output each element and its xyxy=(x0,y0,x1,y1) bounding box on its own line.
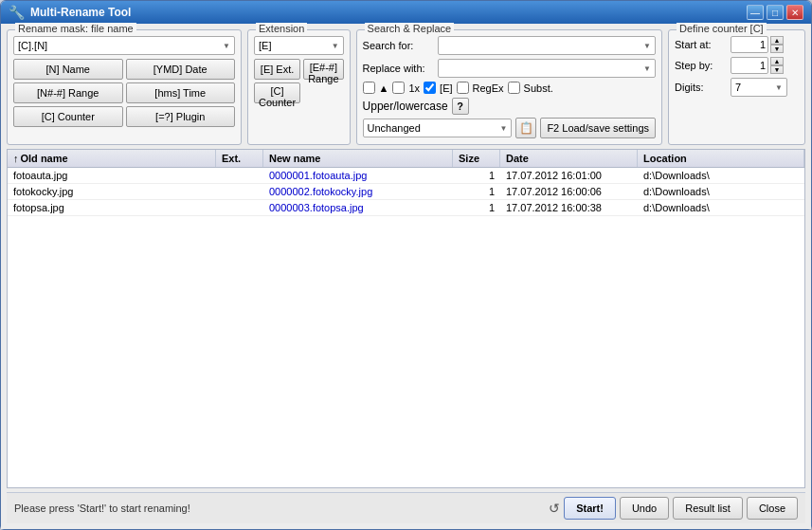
search-for-input[interactable] xyxy=(438,36,656,55)
ext-buttons: [E] Ext. [E#-#] Range [C] Counter xyxy=(254,59,344,103)
eq-plugin-button[interactable]: [=?] Plugin xyxy=(126,106,236,127)
help-button[interactable]: ? xyxy=(452,98,469,115)
minimize-button[interactable]: — xyxy=(747,5,764,20)
close-window-button[interactable]: ✕ xyxy=(786,5,803,20)
main-content: Rename mask: file name [C].[N] [N] Name … xyxy=(1,24,811,529)
n-range-button[interactable]: [N#-#] Range xyxy=(13,82,123,103)
td-date-2: 17.07.2012 16:00:38 xyxy=(500,200,638,215)
cb4-checkbox[interactable] xyxy=(424,82,436,94)
app-icon: 🔧 xyxy=(9,5,25,20)
sort-arrow-icon: ↑ xyxy=(13,153,19,164)
cb6-label: Subst. xyxy=(524,82,553,94)
td-old-0: fotoauta.jpg xyxy=(8,168,216,183)
step-by-up[interactable]: ▲ xyxy=(770,57,784,65)
cb6-checkbox[interactable] xyxy=(508,82,520,94)
digits-select[interactable]: 7 xyxy=(731,78,787,97)
status-buttons: ↺ Start! Undo Result list Close xyxy=(549,497,798,520)
replace-dropdown-container xyxy=(438,59,656,78)
table-body: fotoauta.jpg 0000001.fotoauta.jpg 1 17.0… xyxy=(8,168,804,487)
td-size-1: 1 xyxy=(453,184,500,199)
mask-input[interactable]: [C].[N] xyxy=(13,36,235,55)
load-save-button[interactable]: F2 Load/save settings xyxy=(540,118,656,138)
th-size[interactable]: Size xyxy=(453,150,500,167)
digits-row: Digits: 7 xyxy=(675,78,799,97)
step-by-spin: 1 ▲ ▼ xyxy=(731,57,784,74)
title-controls: — □ ✕ xyxy=(747,5,803,20)
copy-button[interactable]: 📋 xyxy=(515,118,536,138)
uppercase-select-row: Unchanged 📋 F2 Load/save settings xyxy=(363,118,656,138)
td-old-2: fotopsa.jpg xyxy=(8,200,216,215)
cb5-label: RegEx xyxy=(473,82,504,94)
step-by-input[interactable]: 1 xyxy=(731,57,768,74)
c-counter2-button[interactable]: [C] Counter xyxy=(254,82,300,103)
search-for-row: Search for: xyxy=(363,36,656,55)
counter-panel: Define counter [C] Start at: 1 ▲ ▼ Step … xyxy=(668,29,805,145)
result-list-button[interactable]: Result list xyxy=(673,497,743,520)
ext-input[interactable]: [E] xyxy=(254,36,344,55)
table-header: ↑ Old name Ext. New name Size Date Locat… xyxy=(8,150,804,168)
th-new-name[interactable]: New name xyxy=(263,150,453,167)
table-row[interactable]: fotoauta.jpg 0000001.fotoauta.jpg 1 17.0… xyxy=(8,168,804,184)
replace-with-row: Replace with: xyxy=(363,59,656,78)
td-new-1: 0000002.fotokocky.jpg xyxy=(263,184,453,199)
start-at-row: Start at: 1 ▲ ▼ xyxy=(675,36,799,53)
step-by-label: Step by: xyxy=(675,60,727,71)
search-panel: Search & Replace Search for: Replace wit… xyxy=(356,29,662,145)
uppercase-row: Upper/lowercase ? xyxy=(363,98,656,115)
td-size-0: 1 xyxy=(453,168,500,183)
cb3-label: 1x xyxy=(408,82,420,94)
td-size-2: 1 xyxy=(453,200,500,215)
top-section: Rename mask: file name [C].[N] [N] Name … xyxy=(7,29,805,145)
td-new-0: 0000001.fotoauta.jpg xyxy=(263,168,453,183)
cb3-checkbox[interactable] xyxy=(392,82,405,94)
search-for-label: Search for: xyxy=(363,40,434,51)
table-row[interactable]: fotokocky.jpg 0000002.fotokocky.jpg 1 17… xyxy=(8,184,804,200)
th-location-label: Location xyxy=(643,153,687,164)
ext-panel-label: Extension xyxy=(256,23,307,34)
td-ext-2 xyxy=(216,200,263,215)
table-row[interactable]: fotopsa.jpg 0000003.fotopsa.jpg 1 17.07.… xyxy=(8,200,804,216)
step-by-down[interactable]: ▼ xyxy=(770,65,784,74)
hms-time-button[interactable]: [hms] Time xyxy=(126,82,236,103)
ext-dropdown-container: [E] xyxy=(254,36,344,55)
td-new-2: 0000003.fotopsa.jpg xyxy=(263,200,453,215)
td-ext-1 xyxy=(216,184,263,199)
start-button[interactable]: Start! xyxy=(564,497,616,520)
title-bar: 🔧 Multi-Rename Tool — □ ✕ xyxy=(1,1,811,24)
start-at-input[interactable]: 1 xyxy=(731,36,768,53)
th-old-name[interactable]: ↑ Old name xyxy=(8,150,216,167)
th-ext[interactable]: Ext. xyxy=(216,150,263,167)
replace-with-input[interactable] xyxy=(438,59,656,78)
undo-button[interactable]: Undo xyxy=(620,497,669,520)
uppercase-dropdown-container: Unchanged xyxy=(363,119,513,137)
counter-panel-label: Define counter [C] xyxy=(677,23,767,34)
c-counter-button[interactable]: [C] Counter xyxy=(13,106,123,127)
step-by-spinners: ▲ ▼ xyxy=(770,57,784,74)
td-date-1: 17.07.2012 16:00:06 xyxy=(500,184,638,199)
n-name-button[interactable]: [N] Name xyxy=(13,59,123,80)
window-title: Multi-Rename Tool xyxy=(30,6,131,19)
start-at-down[interactable]: ▼ xyxy=(770,45,784,53)
th-old-label: Old name xyxy=(21,153,68,164)
ymd-date-button[interactable]: [YMD] Date xyxy=(126,59,236,80)
th-location[interactable]: Location xyxy=(638,150,804,167)
cb1-checkbox[interactable] xyxy=(363,82,375,94)
uppercase-label: Upper/lowercase xyxy=(363,100,448,113)
td-loc-0: d:\Downloads\ xyxy=(638,168,804,183)
cb5-checkbox[interactable] xyxy=(457,82,469,94)
digits-label: Digits: xyxy=(675,82,727,93)
close-button[interactable]: Close xyxy=(747,497,798,520)
e-range-button[interactable]: [E#-#] Range xyxy=(303,59,343,80)
td-loc-1: d:\Downloads\ xyxy=(638,184,804,199)
uppercase-select[interactable]: Unchanged xyxy=(363,119,513,137)
refresh-icon[interactable]: ↺ xyxy=(549,501,560,516)
status-message: Please press 'Start!' to start renaming! xyxy=(14,503,549,514)
th-date[interactable]: Date xyxy=(500,150,638,167)
th-ext-label: Ext. xyxy=(222,153,241,164)
mask-panel: Rename mask: file name [C].[N] [N] Name … xyxy=(7,29,242,145)
e-ext-button[interactable]: [E] Ext. xyxy=(254,59,300,80)
maximize-button[interactable]: □ xyxy=(767,5,784,20)
td-loc-2: d:\Downloads\ xyxy=(638,200,804,215)
start-at-up[interactable]: ▲ xyxy=(770,36,784,45)
search-dropdown-container xyxy=(438,36,656,55)
